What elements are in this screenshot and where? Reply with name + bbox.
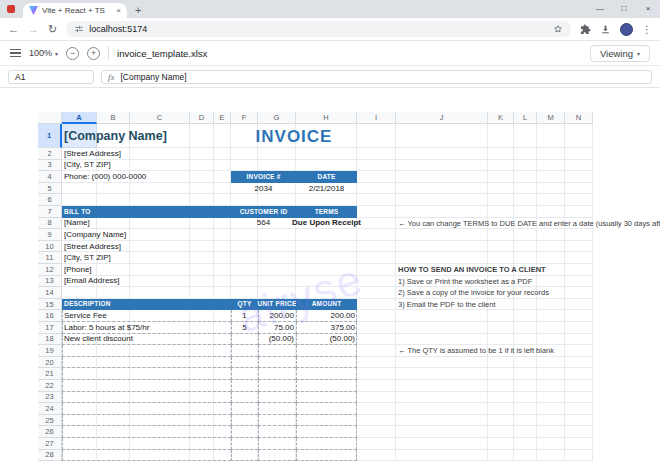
row-header-17[interactable]: 17	[38, 322, 62, 334]
row-header-8[interactable]: 8	[38, 218, 62, 230]
cell-H17[interactable]: 375.00	[296, 322, 357, 334]
cell-G21[interactable]	[258, 368, 296, 380]
cell-H16[interactable]: 200.00	[296, 310, 357, 322]
cell-G26[interactable]	[258, 426, 296, 438]
cell-F26[interactable]	[231, 426, 258, 438]
forward-icon[interactable]: →	[28, 24, 39, 35]
cell-F10[interactable]	[231, 241, 258, 253]
cell-D25[interactable]	[190, 415, 214, 427]
cell-I15[interactable]	[357, 299, 396, 311]
cell-C6[interactable]	[130, 194, 190, 206]
cell-H20[interactable]	[296, 357, 357, 369]
extensions-icon[interactable]	[580, 24, 591, 35]
cell-L22[interactable]	[514, 380, 537, 392]
cell-M1[interactable]	[537, 124, 565, 148]
cell-N6[interactable]	[565, 194, 593, 206]
cell-J23[interactable]	[396, 392, 488, 404]
cell-M23[interactable]	[537, 392, 565, 404]
cell-C27[interactable]	[130, 438, 190, 450]
cell-I25[interactable]	[357, 415, 396, 427]
cell-K23[interactable]	[488, 392, 514, 404]
cell-D23[interactable]	[190, 392, 214, 404]
cell-H21[interactable]	[296, 368, 357, 380]
row-header-3[interactable]: 3	[38, 160, 62, 172]
cell-M20[interactable]	[537, 357, 565, 369]
cell-D27[interactable]	[190, 438, 214, 450]
cell-F22[interactable]	[231, 380, 258, 392]
cell-F6[interactable]	[231, 194, 258, 206]
maximize-button[interactable]: □	[612, 0, 636, 18]
cell-A15[interactable]: DESCRIPTION	[62, 299, 231, 311]
cell-I23[interactable]	[357, 392, 396, 404]
cell-I10[interactable]	[357, 241, 396, 253]
cell-F15[interactable]: QTY	[231, 299, 258, 311]
cell-L28[interactable]	[514, 450, 537, 462]
cell-G24[interactable]	[258, 403, 296, 415]
cell-B14[interactable]	[97, 287, 130, 299]
cell-F14[interactable]	[231, 287, 258, 299]
cell-M21[interactable]	[537, 368, 565, 380]
cell-G23[interactable]	[258, 392, 296, 404]
cell-K27[interactable]	[488, 438, 514, 450]
cell-A5[interactable]	[62, 183, 97, 195]
cell-I20[interactable]	[357, 357, 396, 369]
row-header-20[interactable]: 20	[38, 357, 62, 369]
cell-J7[interactable]	[396, 206, 488, 218]
cell-A19[interactable]	[62, 345, 97, 357]
cell-I3[interactable]	[357, 160, 396, 172]
cell-E14[interactable]	[214, 287, 231, 299]
cell-E19[interactable]	[214, 345, 231, 357]
cell-A2[interactable]: [Street Address]	[62, 148, 231, 160]
cell-D21[interactable]	[190, 368, 214, 380]
cell-F17[interactable]: 5	[231, 322, 258, 334]
cell-C23[interactable]	[130, 392, 190, 404]
cell-N28[interactable]	[565, 450, 593, 462]
column-header-H[interactable]: H	[296, 112, 357, 124]
cell-L2[interactable]	[514, 148, 537, 160]
cell-B21[interactable]	[97, 368, 130, 380]
cell-H27[interactable]	[296, 438, 357, 450]
cell-A6[interactable]	[62, 194, 97, 206]
cell-K7[interactable]	[488, 206, 514, 218]
cell-L27[interactable]	[514, 438, 537, 450]
cell-A4[interactable]: Phone: (000) 000-0000	[62, 171, 231, 183]
cell-F12[interactable]	[231, 264, 258, 276]
cell-F11[interactable]	[231, 252, 258, 264]
cell-M4[interactable]	[537, 171, 565, 183]
cell-A8[interactable]: [Name]	[62, 218, 231, 230]
cell-L7[interactable]	[514, 206, 537, 218]
cell-A26[interactable]	[62, 426, 97, 438]
row-header-12[interactable]: 12	[38, 264, 62, 276]
cell-H7[interactable]: TERMS	[296, 206, 357, 218]
cell-F21[interactable]	[231, 368, 258, 380]
cell-J20[interactable]	[396, 357, 488, 369]
row-header-14[interactable]: 14	[38, 287, 62, 299]
cell-L6[interactable]	[514, 194, 537, 206]
back-icon[interactable]: ←	[8, 24, 19, 35]
cell-G6[interactable]	[258, 194, 296, 206]
cell-N16[interactable]	[565, 310, 593, 322]
cell-A3[interactable]: [City, ST ZIP]	[62, 160, 231, 172]
row-header-5[interactable]: 5	[38, 183, 62, 195]
cell-H25[interactable]	[296, 415, 357, 427]
cell-I12[interactable]	[357, 264, 396, 276]
cell-M9[interactable]	[537, 229, 565, 241]
cell-D14[interactable]	[190, 287, 214, 299]
cell-J2[interactable]	[396, 148, 488, 160]
cell-N7[interactable]	[565, 206, 593, 218]
cell-A18[interactable]: New client discount	[62, 334, 231, 346]
cell-F28[interactable]	[231, 450, 258, 462]
menu-icon[interactable]	[10, 49, 21, 58]
cell-E28[interactable]	[214, 450, 231, 462]
cell-C28[interactable]	[130, 450, 190, 462]
cell-H28[interactable]	[296, 450, 357, 462]
cell-G11[interactable]	[258, 252, 296, 264]
cell-A1[interactable]: [Company Name]	[62, 124, 231, 148]
cell-A28[interactable]	[62, 450, 97, 462]
cell-C26[interactable]	[130, 426, 190, 438]
cell-F3[interactable]	[231, 160, 258, 172]
cell-G28[interactable]	[258, 450, 296, 462]
viewing-mode-button[interactable]: Viewing ▾	[590, 45, 650, 62]
column-header-B[interactable]: B	[97, 112, 130, 124]
column-header-G[interactable]: G	[258, 112, 296, 124]
